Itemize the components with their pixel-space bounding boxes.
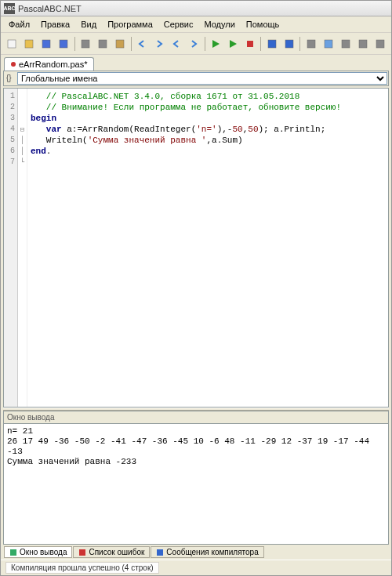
svg-marker-8 xyxy=(230,40,237,48)
svg-rect-20 xyxy=(157,549,163,556)
fold-marker xyxy=(18,113,27,124)
svg-rect-0 xyxy=(8,40,16,48)
svg-rect-14 xyxy=(342,40,350,48)
svg-rect-4 xyxy=(82,40,89,48)
toolbar-separator xyxy=(299,37,300,51)
svg-marker-7 xyxy=(212,40,220,48)
toggle-panel1-icon[interactable] xyxy=(354,35,371,53)
menu-модули[interactable]: Модули xyxy=(199,18,239,31)
fold-column: ⊟││└ xyxy=(18,89,27,407)
titlebar: ABC PascalABC.NET xyxy=(1,1,391,16)
toolbar-separator xyxy=(260,37,261,51)
code-line[interactable]: begin xyxy=(31,113,385,124)
paste-icon[interactable] xyxy=(112,35,129,53)
svg-rect-18 xyxy=(10,549,16,556)
svg-rect-13 xyxy=(325,40,332,48)
code-area[interactable]: // PascalABC.NET 3.4.0, сборка 1671 от 3… xyxy=(27,89,388,407)
line-number: 2 xyxy=(4,102,17,113)
new-file-icon[interactable] xyxy=(4,35,20,53)
statusbar: Компиляция прошла успешно (4 строк) xyxy=(1,560,391,575)
save-all-icon[interactable] xyxy=(56,35,72,53)
braces-icon: {} xyxy=(5,73,17,84)
step-into-icon[interactable] xyxy=(263,35,280,53)
svg-rect-5 xyxy=(99,40,107,48)
document-tab-label: eArrRandom.pas* xyxy=(19,60,87,69)
stop-icon[interactable] xyxy=(241,35,258,53)
save-icon[interactable] xyxy=(38,35,55,53)
forward-icon[interactable] xyxy=(186,35,202,53)
modified-dot-icon xyxy=(11,62,16,67)
line-number: 4 xyxy=(4,124,17,135)
svg-rect-19 xyxy=(79,549,85,556)
fold-marker[interactable]: ⊟ xyxy=(18,124,27,135)
toggle-design-icon[interactable] xyxy=(337,35,354,53)
tab-icon xyxy=(156,549,164,556)
bottom-tab[interactable]: Список ошибок xyxy=(73,546,150,558)
open-file-icon[interactable] xyxy=(21,35,38,53)
fold-marker: └ xyxy=(18,157,27,168)
svg-rect-1 xyxy=(25,40,33,48)
menu-помощь[interactable]: Помощь xyxy=(241,18,285,31)
toolbar-separator xyxy=(74,37,75,51)
code-editor[interactable]: 1234567 ⊟││└ // PascalABC.NET 3.4.0, сбо… xyxy=(3,88,389,408)
code-line[interactable]: // Внимание! Если программа не работает,… xyxy=(31,102,385,113)
svg-rect-6 xyxy=(116,40,124,48)
menu-вид[interactable]: Вид xyxy=(76,18,101,31)
tab-icon xyxy=(9,549,17,556)
back-icon[interactable] xyxy=(169,35,185,53)
line-gutter: 1234567 xyxy=(4,89,18,407)
line-number: 7 xyxy=(4,157,17,168)
scope-dropdown[interactable]: Глобальные имена xyxy=(17,72,387,85)
step-over-icon[interactable] xyxy=(281,35,297,53)
run-icon[interactable] xyxy=(208,35,224,53)
fold-marker: │ xyxy=(18,135,27,146)
bottom-tab-label: Сообщения компилятора xyxy=(166,548,258,556)
output-panel[interactable]: n= 21 26 17 49 -36 -50 -2 -41 -47 -36 -4… xyxy=(3,423,389,545)
status-message: Компиляция прошла успешно (4 строк) xyxy=(5,562,159,574)
tab-icon xyxy=(78,549,86,556)
bottom-tab[interactable]: Окно вывода xyxy=(4,546,72,558)
code-line[interactable]: var a:=ArrRandom(ReadInteger('n='),-50,5… xyxy=(31,124,385,135)
line-number: 6 xyxy=(4,146,17,157)
toggle-output-icon[interactable] xyxy=(303,35,319,53)
menu-правка[interactable]: Правка xyxy=(36,18,74,31)
fold-marker xyxy=(18,91,27,102)
menubar: ФайлПравкаВидПрограммаСервисМодулиПомощь xyxy=(1,16,391,33)
bottom-tab[interactable]: Сообщения компилятора xyxy=(151,546,263,558)
toolbar-separator xyxy=(205,37,205,51)
line-number: 5 xyxy=(4,135,17,146)
code-line[interactable]: // PascalABC.NET 3.4.0, сборка 1671 от 3… xyxy=(31,91,385,102)
bottom-tab-label: Окно вывода xyxy=(20,548,67,556)
scope-dropdown-bar: {} Глобальные имена xyxy=(3,71,389,86)
document-tab[interactable]: eArrRandom.pas* xyxy=(4,57,94,71)
code-line[interactable]: Writeln('Сумма значений равна ',a.Sum) xyxy=(31,135,385,146)
svg-rect-15 xyxy=(359,40,367,48)
bottom-tab-label: Список ошибок xyxy=(89,548,144,556)
svg-rect-16 xyxy=(376,40,384,48)
svg-rect-12 xyxy=(307,40,315,48)
line-number: 1 xyxy=(4,91,17,102)
undo-icon[interactable] xyxy=(134,35,151,53)
toggle-panel2-icon[interactable] xyxy=(372,35,388,53)
menu-программа[interactable]: Программа xyxy=(103,18,158,31)
svg-rect-10 xyxy=(268,40,276,48)
svg-rect-3 xyxy=(60,40,67,48)
app-title: PascalABC.NET xyxy=(18,4,82,13)
fold-marker: │ xyxy=(18,146,27,157)
toggle-form-icon[interactable] xyxy=(320,35,336,53)
menu-файл[interactable]: Файл xyxy=(4,18,34,31)
toolbar xyxy=(1,33,391,55)
svg-rect-9 xyxy=(247,41,253,47)
redo-icon[interactable] xyxy=(151,35,168,53)
fold-marker xyxy=(18,102,27,113)
output-panel-title: Окно вывода xyxy=(3,411,389,423)
document-tabstrip: eArrRandom.pas* xyxy=(1,55,391,71)
code-line[interactable]: end. xyxy=(31,146,385,157)
cut-icon[interactable] xyxy=(78,35,94,53)
svg-text:{}: {} xyxy=(6,74,12,82)
toolbar-separator xyxy=(131,37,132,51)
app-icon: ABC xyxy=(4,3,15,14)
copy-icon[interactable] xyxy=(95,35,111,53)
run-no-debug-icon[interactable] xyxy=(224,35,241,53)
menu-сервис[interactable]: Сервис xyxy=(159,18,198,31)
